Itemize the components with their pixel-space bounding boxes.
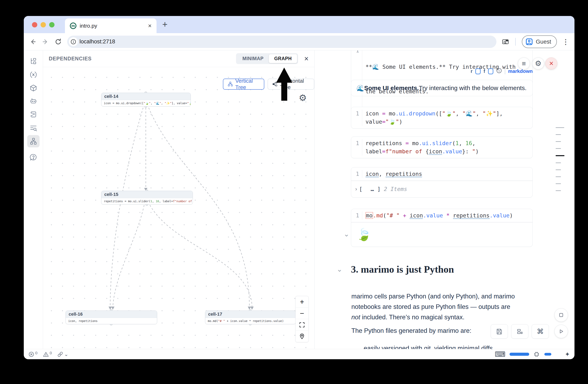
cell-mark[interactable] [556, 155, 565, 156]
file-tree-icon [29, 58, 37, 65]
node-code: mo.md("# " + icon.value * repetitions.va… [205, 318, 296, 324]
notebook-settings-button[interactable]: ⚙ [532, 58, 544, 69]
command-icon: ⌘ [537, 327, 544, 335]
node-code: icon = mo.ui.dropdown(["🍃", "🌊", "✨"], v… [101, 100, 190, 106]
cell-code[interactable]: icon = mo.ui.dropdown(["🍃", "🌊", "✨"], v… [365, 110, 525, 126]
cell-mark[interactable] [556, 170, 561, 170]
cell-navigator[interactable] [556, 127, 565, 197]
prose-paragraph-2: The Python files generated by marimo are… [351, 327, 471, 334]
cpu-usage-bar [509, 353, 529, 356]
zoom-in-button[interactable]: + [296, 296, 308, 308]
minimap-tab[interactable]: MINIMAP [237, 54, 269, 63]
sidebar-item-dependencies[interactable] [27, 135, 40, 147]
profile-button[interactable]: Guest [522, 35, 557, 48]
items-count-label: 2 Items [384, 186, 407, 192]
window-close-button[interactable] [32, 22, 37, 27]
graph-tab[interactable]: GRAPH [269, 54, 297, 63]
sidebar-item-packages[interactable] [27, 82, 40, 94]
markdown-language-label[interactable]: markdown [508, 68, 533, 74]
node-title: cell-14 [101, 93, 190, 100]
cell-mark[interactable] [556, 134, 561, 135]
site-info-icon[interactable] [69, 37, 78, 46]
expander-icon[interactable]: › [355, 186, 357, 192]
dependencies-panel: DEPENDENCIES MINIMAP GRAPH × Vertical Tr… [43, 50, 315, 349]
info-icon[interactable] [496, 68, 502, 75]
panel-close-icon[interactable]: × [304, 55, 309, 62]
sidebar-item-help[interactable] [27, 151, 40, 164]
code-cell-tuple[interactable]: 1 icon, repetitions › [ … ] 2 Items [351, 167, 533, 197]
sidebar-item-variables[interactable] [27, 69, 40, 81]
cell-mark[interactable] [556, 176, 561, 177]
forward-icon[interactable] [42, 38, 49, 45]
window-minimize-button[interactable] [41, 22, 46, 27]
connection-indicator[interactable]: ⌄ [57, 351, 68, 357]
edge-cell14-cell17 [149, 108, 250, 307]
dependency-graph-icon [29, 137, 37, 145]
vertical-tree-icon [228, 81, 233, 87]
notebook-menu-button[interactable]: ≡ [518, 58, 530, 69]
tab-close-icon[interactable]: × [148, 23, 152, 29]
code-cell-slider[interactable]: 1 repetitions = mo.ui.slider(1, 16, labe… [351, 136, 533, 158]
rendered-markdown-cell[interactable]: 🌊 Some UI elements. Try interacting with… [351, 80, 533, 96]
browser-window: m intro.py × + localhost:2718 Guest ⋮ [24, 16, 574, 359]
code-cell-momd[interactable]: 1 mo.md("# " + icon.value * repetitions.… [351, 209, 533, 247]
locate-button[interactable] [296, 331, 308, 342]
back-icon[interactable] [29, 38, 37, 45]
horizontal-tree-button[interactable]: Horizontal Tree [268, 78, 314, 90]
keyboard-icon[interactable]: ⌨ [495, 351, 505, 358]
cell-mark[interactable] [556, 127, 564, 128]
sidebar-item-file-explorer[interactable] [27, 55, 40, 68]
code-cell-dropdown[interactable]: 1 icon = mo.ui.dropdown(["🍃", "🌊", "✨"],… [351, 107, 533, 129]
graph-node-cell-16[interactable]: cell-16 icon, repetitions [65, 310, 157, 324]
tab-search-icon[interactable] [502, 38, 509, 45]
profile-label: Guest [536, 38, 551, 45]
r-checkbox[interactable] [475, 68, 481, 74]
section-collapse-icon[interactable]: ⌄ [336, 266, 343, 273]
sidebar-item-ai-assistant[interactable] [27, 95, 40, 107]
plug-icon [57, 351, 63, 357]
tab-title: intro.py [80, 23, 145, 29]
graph-settings-icon[interactable]: ⚙ [299, 93, 307, 102]
dependency-graph-canvas[interactable]: Vertical Tree Horizontal Tree ⚙ [43, 67, 314, 349]
vertical-tree-button[interactable]: Vertical Tree [223, 78, 264, 90]
run-button[interactable] [554, 325, 568, 338]
fit-view-button[interactable] [296, 319, 308, 331]
keyboard-shortcuts-button[interactable]: ⌘ [532, 324, 549, 339]
save-button[interactable] [491, 324, 508, 339]
graph-node-cell-15[interactable]: cell-15 repetitions = mo.ui.slider(1, 16… [101, 191, 193, 205]
sparkles-icon[interactable]: ✦ [565, 351, 570, 358]
address-bar[interactable]: localhost:2718 [67, 36, 496, 48]
cell-mark[interactable] [556, 183, 561, 184]
memory-chip-icon[interactable] [533, 351, 540, 358]
browser-tab[interactable]: m intro.py × [65, 19, 157, 33]
stop-button[interactable] [554, 308, 568, 322]
horizontal-tree-label: Horizontal Tree [280, 78, 309, 91]
layout-button[interactable] [511, 324, 528, 339]
window-zoom-button[interactable] [49, 22, 55, 27]
cell-code[interactable]: repetitions = mo.ui.slider(1, 16, label=… [365, 139, 525, 155]
sidebar-item-logs[interactable] [27, 122, 40, 134]
new-tab-button[interactable]: + [162, 19, 168, 29]
save-icon [496, 328, 503, 335]
cell-mark[interactable] [556, 190, 561, 191]
cell-mark[interactable] [556, 163, 561, 163]
warnings-indicator[interactable]: 0 [43, 351, 52, 357]
f-checkbox[interactable] [488, 68, 493, 74]
zoom-out-button[interactable]: − [296, 308, 308, 319]
graph-node-cell-17[interactable]: cell-17 mo.md("# " + icon.value * repeti… [205, 310, 296, 324]
shutdown-button[interactable]: × [546, 58, 557, 69]
cell-code[interactable]: mo.md("# " + icon.value * repetitions.va… [365, 211, 525, 220]
browser-menu-icon[interactable]: ⋮ [562, 38, 569, 46]
cell-mark[interactable] [556, 148, 561, 149]
md-bold-text: Some UI elements. [364, 85, 419, 92]
error-count: 0 [35, 351, 38, 355]
cell-mark[interactable] [556, 141, 561, 142]
sidebar-item-snippets[interactable] [27, 109, 40, 121]
cell-code[interactable]: icon, repetitions [365, 170, 525, 178]
output-collapse-icon[interactable]: ⌄ [344, 230, 350, 237]
close-icon: × [549, 59, 553, 68]
reload-icon[interactable] [55, 38, 62, 45]
errors-indicator[interactable]: 0 [28, 351, 38, 357]
graph-node-cell-14[interactable]: cell-14 icon = mo.ui.dropdown(["🍃", "🌊",… [101, 93, 191, 106]
paragraph-text: included. There’s no magical syntax. [360, 314, 464, 321]
